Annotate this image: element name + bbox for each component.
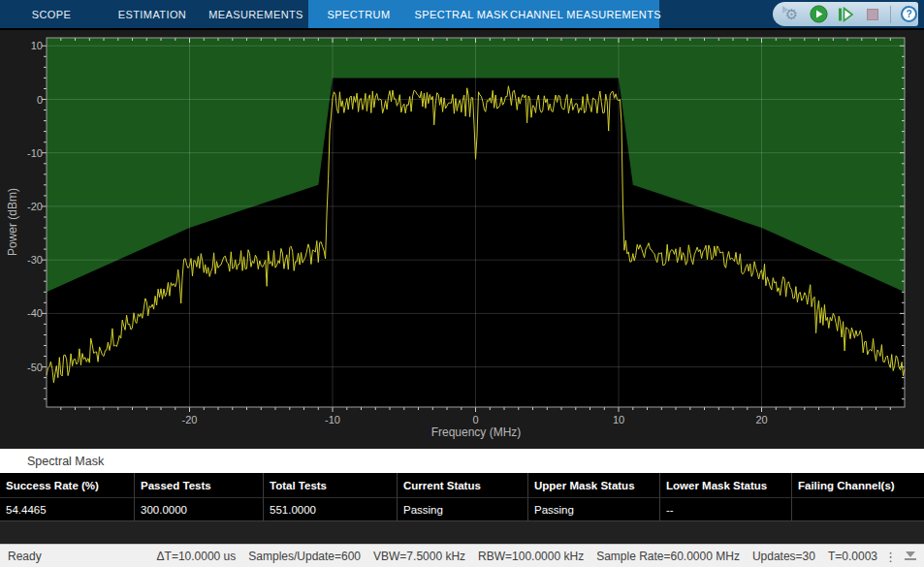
stat-sample-rate: Sample Rate=60.0000 MHz: [596, 550, 740, 563]
y-tick-label: -20: [4, 201, 43, 212]
x-tick-label: 20: [755, 414, 767, 425]
col-passed-tests: Passed Tests: [135, 473, 264, 498]
y-tick-label: 0: [4, 94, 43, 106]
spectral-mask-panel-header: Spectral Mask: [0, 449, 924, 473]
col-total-tests: Total Tests: [264, 473, 398, 498]
help-button[interactable]: ?: [900, 5, 918, 24]
dock-icon[interactable]: [905, 551, 916, 561]
x-tick-label: 10: [613, 414, 624, 425]
step-forward-icon: [837, 6, 854, 23]
col-failing-channels: Failing Channel(s): [792, 473, 924, 498]
stat-samples-update: Samples/Update=600: [248, 550, 361, 563]
stat-vbw: VBW=7.5000 kHz: [373, 550, 465, 563]
stat-time: T=0.0003: [828, 550, 877, 563]
x-tick-label: 0: [472, 414, 478, 425]
panel-filler: [0, 521, 924, 544]
question-icon: ?: [901, 6, 917, 22]
y-axis-label: Power (dBm): [6, 188, 19, 256]
stop-icon: [867, 9, 878, 20]
step-forward-button[interactable]: [837, 5, 855, 24]
cell-total-tests[interactable]: 551.0000: [264, 498, 398, 521]
tab-spectral-mask[interactable]: SPECTRAL MASK: [411, 0, 512, 28]
status-stats: ΔT=10.0000 us Samples/Update=600 VBW=7.5…: [144, 545, 877, 567]
col-lower-mask-status: Lower Mask Status: [660, 473, 792, 498]
panel-title-text: Spectral Mask: [27, 455, 104, 468]
cell-passed-tests[interactable]: 300.0000: [135, 498, 264, 521]
stat-delta-t: ΔT=10.0000 us: [157, 550, 237, 563]
x-axis-label: Frequency (MHz): [431, 425, 522, 439]
table-row[interactable]: 54.4465 300.0000 551.0000 Passing Passin…: [0, 498, 924, 521]
spectrum-axes[interactable]: [0, 30, 924, 451]
tab-channel-measurements[interactable]: CHANNEL MEASUREMENTS: [518, 0, 653, 28]
tab-estimation[interactable]: ESTIMATION: [109, 0, 196, 28]
col-current-status: Current Status: [398, 473, 528, 498]
x-tick-label: -10: [325, 414, 340, 425]
settings-button[interactable]: ⚙: [782, 5, 801, 24]
y-tick-label: -50: [4, 362, 43, 373]
y-tick-label: -10: [4, 147, 43, 159]
col-success-rate: Success Rate (%): [0, 473, 135, 498]
toolstrip-tabbar: SCOPE ESTIMATION MEASUREMENTS SPECTRUM S…: [0, 0, 924, 28]
figure-area: Power (dBm) Frequency (MHz) 100-10-20-30…: [0, 28, 924, 449]
cell-current-status[interactable]: Passing: [398, 498, 528, 521]
play-icon: [810, 5, 828, 23]
tab-spectrum[interactable]: SPECTRUM: [314, 0, 403, 28]
toolbar-separator: [890, 6, 891, 23]
status-bar: Ready ΔT=10.0000 us Samples/Update=600 V…: [0, 544, 924, 567]
tab-scope[interactable]: SCOPE: [19, 0, 83, 28]
status-text: Ready: [8, 550, 42, 563]
cell-success-rate[interactable]: 54.4465: [0, 498, 135, 521]
spectrum-analyzer-window: SCOPE ESTIMATION MEASUREMENTS SPECTRUM S…: [0, 0, 924, 567]
stop-button[interactable]: [864, 5, 882, 24]
context-tab-group: SPECTRUM SPECTRAL MASK CHANNEL MEASUREME…: [308, 0, 659, 28]
col-upper-mask-status: Upper Mask Status: [528, 473, 660, 498]
cell-lower-mask-status[interactable]: --: [660, 498, 792, 521]
stat-updates: Updates=30: [752, 550, 815, 563]
stat-rbw: RBW=100.0000 kHz: [478, 550, 584, 563]
run-button[interactable]: [810, 5, 828, 24]
tab-measurements[interactable]: MEASUREMENTS: [202, 0, 310, 28]
y-tick-label: -30: [4, 254, 43, 266]
cell-upper-mask-status[interactable]: Passing: [528, 498, 660, 521]
y-tick-label: 10: [4, 40, 43, 51]
overflow-menu-icon[interactable]: ⋮: [884, 545, 897, 567]
spectral-mask-table: Success Rate (%) Passed Tests Total Test…: [0, 473, 924, 521]
cell-failing-channels[interactable]: [792, 498, 924, 521]
y-tick-label: -40: [4, 307, 43, 319]
x-tick-label: -20: [182, 414, 198, 425]
table-header-row: Success Rate (%) Passed Tests Total Test…: [0, 473, 924, 498]
quick-access-toolbar: ⚙ ?: [773, 2, 918, 26]
gear-icon: ⚙: [785, 7, 798, 21]
